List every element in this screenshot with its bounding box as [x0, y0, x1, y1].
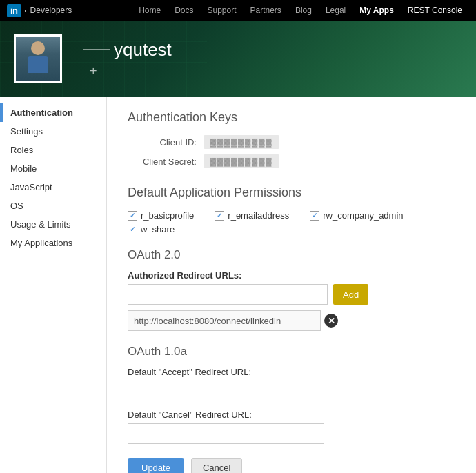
nav-bar: in · Developers Home Docs Support Partne… [0, 0, 476, 21]
checkbox-w-share[interactable]: ✓ [128, 225, 137, 234]
sidebar-item-javascript[interactable]: JavaScript [0, 178, 106, 197]
hero-line [83, 49, 110, 50]
nav-developers-label: Developers [30, 6, 72, 15]
oauth2-title: OAuth 2.0 [128, 248, 455, 262]
sidebar-item-os[interactable]: OS [0, 197, 106, 215]
permission-r-emailaddress[interactable]: ✓ r_emailaddress [215, 210, 289, 221]
checkmark-icon: ✓ [130, 225, 135, 233]
close-icon: ✕ [328, 316, 335, 325]
sidebar-item-authentication[interactable]: Authentication [0, 103, 106, 122]
sidebar-item-mobile-label: Mobile [10, 163, 37, 174]
sidebar-item-authentication-label: Authentication [10, 108, 73, 118]
hero-connector: yqutest [83, 39, 172, 61]
auth-keys-title: Authentication Keys [128, 110, 455, 125]
linkedin-logo-icon: in [7, 4, 21, 17]
person-body [28, 56, 48, 73]
checkbox-r-basicprofile[interactable]: ✓ [128, 211, 137, 221]
nav-link-legal[interactable]: Legal [319, 0, 353, 21]
existing-redirect-row: ✕ [128, 310, 455, 331]
permission-w-share-label: w_share [141, 224, 175, 234]
nav-link-rest-console[interactable]: REST Console [401, 0, 469, 21]
checkmark-icon: ✓ [312, 212, 317, 219]
nav-link-support[interactable]: Support [200, 0, 243, 21]
remove-redirect-button[interactable]: ✕ [324, 314, 338, 328]
sidebar-item-settings-label: Settings [10, 126, 43, 137]
nav-link-home[interactable]: Home [132, 0, 168, 21]
nav-link-docs[interactable]: Docs [168, 0, 200, 21]
permission-w-share[interactable]: ✓ w_share [128, 224, 175, 234]
hero-section: yqutest + [0, 21, 476, 97]
permissions-title: Default Application Permissions [128, 185, 455, 200]
person-figure [24, 40, 52, 78]
content-area: Authentication Keys Client ID: ▓▓▓▓▓▓▓▓▓… [107, 97, 476, 473]
sidebar-item-usage-limits[interactable]: Usage & Limits [0, 215, 106, 234]
sidebar-item-roles[interactable]: Roles [0, 141, 106, 159]
permission-rw-company-admin[interactable]: ✓ rw_company_admin [310, 210, 403, 221]
existing-redirect-url-input[interactable] [128, 310, 321, 331]
sidebar-item-mobile[interactable]: Mobile [0, 159, 106, 178]
hero-name-area: yqutest + [83, 39, 172, 79]
nav-logo-dot: · [24, 4, 28, 17]
client-id-value: ▓▓▓▓▓▓▓▓▓ [204, 135, 279, 149]
client-secret-value: ▓▓▓▓▓▓▓▓▓ [204, 154, 279, 168]
nav-logo[interactable]: in · Developers [7, 4, 72, 17]
permission-rw-company-admin-label: rw_company_admin [323, 210, 403, 221]
redirect-url-input[interactable] [128, 284, 328, 305]
main-container: Authentication Settings Roles Mobile Jav… [0, 97, 476, 473]
accept-redirect-input[interactable] [128, 381, 324, 401]
avatar-image [16, 37, 60, 81]
add-button[interactable]: Add [333, 284, 368, 305]
client-id-label: Client ID: [128, 137, 204, 148]
sidebar-item-usage-limits-label: Usage & Limits [10, 219, 70, 230]
cancel-redirect-input[interactable] [128, 423, 324, 444]
cancel-button[interactable]: Cancel [191, 458, 242, 473]
sidebar-item-settings[interactable]: Settings [0, 122, 106, 141]
person-head [31, 41, 45, 55]
sidebar-item-my-applications-label: My Applications [10, 238, 72, 248]
oauth1-section: OAuth 1.0a Default "Accept" Redirect URL… [128, 345, 455, 444]
authorized-redirect-label: Authorized Redirect URLs: [128, 270, 455, 281]
add-redirect-row: Add [128, 284, 455, 305]
nav-link-myapps[interactable]: My Apps [353, 0, 401, 21]
action-buttons: Update Cancel [128, 458, 455, 473]
client-id-row: Client ID: ▓▓▓▓▓▓▓▓▓ [128, 135, 455, 149]
permission-r-basicprofile[interactable]: ✓ r_basicprofile [128, 210, 194, 221]
nav-links: Home Docs Support Partners Blog Legal My… [86, 0, 469, 21]
permission-r-emailaddress-label: r_emailaddress [228, 210, 289, 221]
permissions-grid: ✓ r_basicprofile ✓ r_emailaddress ✓ rw_c… [128, 210, 455, 234]
sidebar: Authentication Settings Roles Mobile Jav… [0, 97, 107, 473]
oauth1-title: OAuth 1.0a [128, 345, 455, 359]
checkmark-icon: ✓ [130, 212, 135, 219]
avatar [14, 34, 62, 83]
checkbox-r-emailaddress[interactable]: ✓ [215, 211, 224, 221]
sidebar-item-os-label: OS [10, 201, 23, 211]
sidebar-item-my-applications[interactable]: My Applications [0, 234, 106, 252]
oauth2-section: OAuth 2.0 Authorized Redirect URLs: Add … [128, 248, 455, 331]
accept-redirect-label: Default "Accept" Redirect URL: [128, 367, 455, 377]
permission-r-basicprofile-label: r_basicprofile [141, 210, 194, 221]
checkbox-rw-company-admin[interactable]: ✓ [310, 211, 319, 221]
auth-keys-section: Authentication Keys Client ID: ▓▓▓▓▓▓▓▓▓… [128, 110, 455, 168]
checkmark-icon: ✓ [217, 212, 222, 219]
update-button[interactable]: Update [128, 458, 184, 473]
sidebar-item-javascript-label: JavaScript [10, 182, 52, 192]
app-name: yqutest [114, 39, 172, 61]
header: in · Developers Home Docs Support Partne… [0, 0, 476, 97]
client-secret-row: Client Secret: ▓▓▓▓▓▓▓▓▓ [128, 154, 455, 168]
sidebar-item-roles-label: Roles [10, 145, 33, 155]
client-secret-label: Client Secret: [128, 157, 204, 167]
cancel-redirect-label: Default "Cancel" Redirect URL: [128, 410, 455, 420]
nav-link-partners[interactable]: Partners [244, 0, 288, 21]
permissions-section: Default Application Permissions ✓ r_basi… [128, 185, 455, 234]
nav-link-blog[interactable]: Blog [288, 0, 319, 21]
hero-plus-icon: + [90, 64, 172, 79]
